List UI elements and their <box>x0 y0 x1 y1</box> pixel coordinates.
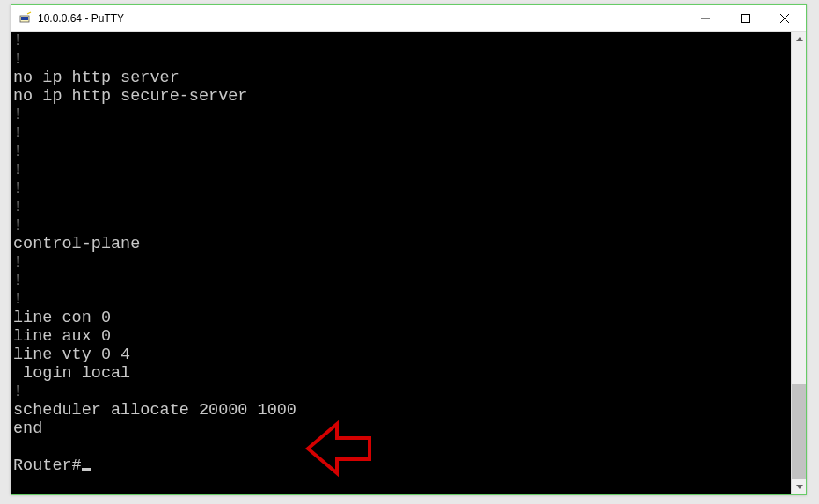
terminal-line: ! <box>13 198 789 216</box>
terminal-line: line vty 0 4 <box>13 346 789 364</box>
terminal-line: ! <box>13 179 789 198</box>
putty-icon <box>18 11 33 26</box>
window-controls <box>685 5 804 31</box>
terminal-line: ! <box>13 50 789 69</box>
svg-line-2 <box>27 12 31 14</box>
svg-rect-4 <box>741 14 749 22</box>
terminal-line: ! <box>13 161 789 179</box>
terminal-line: no ip http server <box>13 69 789 87</box>
terminal-line <box>13 438 789 457</box>
terminal-line: login local <box>13 364 789 383</box>
putty-window: 10.0.0.64 - PuTTY !!no ip http serverno … <box>11 4 807 495</box>
terminal-line: ! <box>13 290 789 309</box>
terminal-line: ! <box>13 124 789 142</box>
terminal-line: control-plane <box>13 235 789 253</box>
terminal-line: ! <box>13 216 789 235</box>
window-title: 10.0.0.64 - PuTTY <box>38 12 685 25</box>
terminal-line: ! <box>13 383 789 401</box>
svg-marker-8 <box>796 485 803 489</box>
terminal-line: Router# <box>13 457 789 475</box>
svg-marker-7 <box>796 37 803 41</box>
maximize-button[interactable] <box>725 5 764 31</box>
terminal-line: scheduler allocate 20000 1000 <box>13 401 789 420</box>
terminal-line: no ip http secure-server <box>13 87 789 106</box>
minimize-button[interactable] <box>685 5 725 31</box>
scroll-track[interactable] <box>792 47 806 479</box>
close-button[interactable] <box>764 5 804 31</box>
scroll-up-arrow[interactable] <box>792 32 807 47</box>
terminal-line: line aux 0 <box>13 327 789 346</box>
terminal-cursor <box>82 468 91 471</box>
terminal-line: ! <box>13 272 789 290</box>
terminal-line: ! <box>13 142 789 161</box>
svg-rect-1 <box>21 17 28 20</box>
terminal-line: end <box>13 420 789 438</box>
scrollbar[interactable] <box>791 32 806 494</box>
terminal-line: ! <box>13 106 789 124</box>
terminal-line: line con 0 <box>13 309 789 327</box>
scroll-thumb[interactable] <box>792 384 806 479</box>
terminal-line: ! <box>13 32 789 50</box>
titlebar[interactable]: 10.0.0.64 - PuTTY <box>11 5 806 32</box>
terminal-area: !!no ip http serverno ip http secure-ser… <box>11 32 806 494</box>
terminal-line: ! <box>13 253 789 272</box>
scroll-down-arrow[interactable] <box>792 479 807 494</box>
terminal[interactable]: !!no ip http serverno ip http secure-ser… <box>11 32 791 494</box>
